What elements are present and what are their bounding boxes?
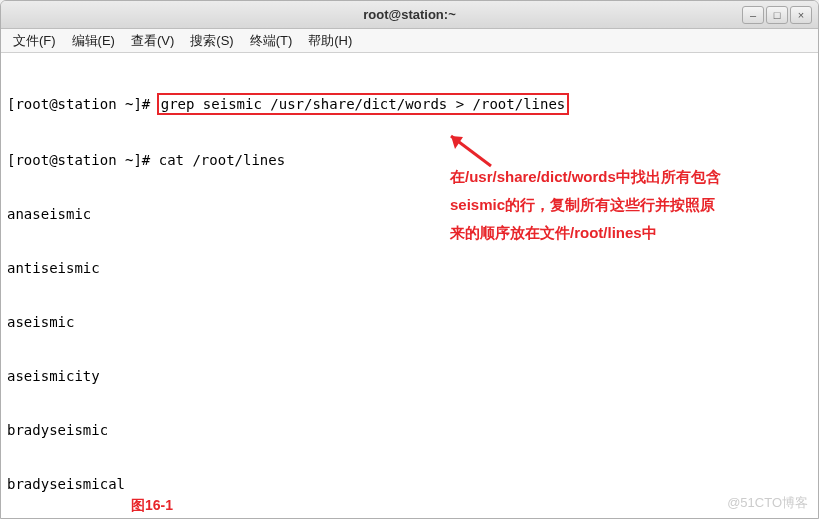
window-titlebar: root@station:~ – □ × — [1, 1, 818, 29]
command-text: cat /root/lines — [159, 152, 285, 168]
menu-edit[interactable]: 编辑(E) — [66, 30, 121, 52]
highlighted-command: grep seismic /usr/share/dict/words > /ro… — [157, 93, 570, 115]
output-line: bradyseismical — [7, 475, 812, 493]
prompt: [root@station ~]# — [7, 96, 159, 112]
menubar: 文件(F) 编辑(E) 查看(V) 搜索(S) 终端(T) 帮助(H) — [1, 29, 818, 53]
menu-view[interactable]: 查看(V) — [125, 30, 180, 52]
prompt: [root@station ~]# — [7, 152, 159, 168]
window-controls: – □ × — [742, 6, 812, 24]
menu-terminal[interactable]: 终端(T) — [244, 30, 299, 52]
svg-marker-1 — [451, 136, 463, 149]
figure-label: 图16-1 — [131, 496, 173, 514]
close-button[interactable]: × — [790, 6, 812, 24]
output-line: aseismicity — [7, 367, 812, 385]
watermark: @51CTO博客 — [727, 494, 808, 512]
command-line-1: [root@station ~]# grep seismic /usr/shar… — [7, 93, 812, 115]
menu-file[interactable]: 文件(F) — [7, 30, 62, 52]
maximize-button[interactable]: □ — [766, 6, 788, 24]
menu-help[interactable]: 帮助(H) — [302, 30, 358, 52]
output-line: antiseismic — [7, 259, 812, 277]
menu-search[interactable]: 搜索(S) — [184, 30, 239, 52]
terminal-area[interactable]: [root@station ~]# grep seismic /usr/shar… — [1, 53, 818, 518]
minimize-button[interactable]: – — [742, 6, 764, 24]
output-line: aseismic — [7, 313, 812, 331]
annotation-text: 在/usr/share/dict/words中找出所有包含seismic的行，复… — [450, 163, 730, 247]
window-title: root@station:~ — [1, 7, 818, 22]
output-line: bradyseismic — [7, 421, 812, 439]
